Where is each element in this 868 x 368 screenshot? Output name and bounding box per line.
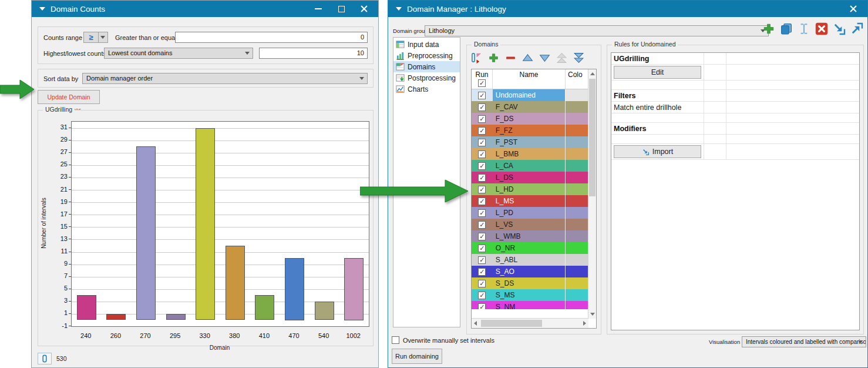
count-limit-input[interactable]: 10	[259, 48, 368, 59]
run-checkbox[interactable]: ✓	[478, 174, 486, 182]
visualisation-dropdown[interactable]: Intervals coloured and labelled with com…	[742, 336, 866, 347]
domain-row-l_bmb[interactable]: ✓L_BMB	[472, 148, 588, 160]
run-checkbox[interactable]: ✓	[478, 162, 486, 170]
domain-color-cell[interactable]	[565, 277, 588, 289]
domain-group-dropdown[interactable]: Lithology	[425, 25, 769, 36]
domain-row-s_ds[interactable]: ✓S_DS	[472, 277, 588, 289]
domain-row-f_fz[interactable]: ✓F_FZ	[472, 125, 588, 136]
run-checkbox[interactable]: ✓	[478, 292, 486, 299]
domain-color-cell[interactable]	[565, 101, 588, 113]
domain-row-f_pst[interactable]: ✓F_PST	[472, 136, 588, 148]
scroll-up-icon[interactable]	[590, 72, 595, 75]
domain-row-l_ca[interactable]: ✓L_CA	[472, 160, 588, 172]
sidebar-item-charts[interactable]: Charts	[393, 83, 460, 95]
sidebar-item-input-data[interactable]: Input data	[393, 39, 460, 50]
run-checkbox[interactable]: ✓	[478, 186, 486, 193]
overwrite-checkbox[interactable]	[392, 336, 399, 344]
run-checkbox[interactable]: ✓	[478, 115, 486, 123]
domain-color-cell[interactable]	[565, 242, 588, 254]
copy-icon[interactable]	[779, 22, 793, 36]
domain-color-cell[interactable]	[565, 160, 588, 172]
run-checkbox[interactable]: ✓	[478, 198, 486, 205]
domain-row-s_abl[interactable]: ✓S_ABL	[472, 254, 588, 266]
move-to-bottom-icon[interactable]	[573, 52, 585, 64]
edit-button[interactable]: Edit	[614, 66, 701, 79]
domain-color-cell[interactable]	[565, 172, 588, 183]
scrollbar-thumb[interactable]	[481, 320, 542, 327]
domain-color-cell[interactable]	[565, 219, 588, 230]
minimize-icon[interactable]	[315, 5, 322, 12]
domain-row-o_nr[interactable]: ✓O_NR	[472, 242, 588, 254]
scroll-right-icon[interactable]	[583, 321, 586, 326]
domain-color-cell[interactable]	[565, 266, 588, 277]
domain-color-cell[interactable]	[565, 183, 588, 195]
domain-color-cell[interactable]	[565, 230, 588, 242]
update-domain-manager-button[interactable]: Update Domain Manager	[38, 90, 100, 104]
interval-count-icon[interactable]	[38, 353, 52, 364]
domain-row-l_wmb[interactable]: ✓L_WMB	[472, 230, 588, 242]
run-checkbox[interactable]: ✓	[478, 256, 486, 264]
domain-row-s_ms[interactable]: ✓S_MS	[472, 289, 588, 301]
domain-color-cell[interactable]	[565, 113, 588, 125]
scroll-left-icon[interactable]	[474, 321, 477, 326]
domain-row-undomained[interactable]: ✓Undomained	[472, 89, 588, 101]
run-domaining-button[interactable]: Run domaining	[392, 349, 442, 364]
vertical-scrollbar[interactable]	[588, 69, 596, 319]
domain-color-cell[interactable]	[565, 125, 588, 136]
domain-color-cell[interactable]	[565, 301, 588, 309]
counts-range-operator-dropdown[interactable]: ≥	[83, 32, 108, 43]
domain-color-cell[interactable]	[565, 289, 588, 301]
domain-color-cell[interactable]	[565, 89, 588, 101]
select-all-checkbox[interactable]: ✓	[478, 79, 486, 87]
domain-manager-titlebar[interactable]: Domain Manager : Lithology	[388, 1, 867, 17]
split-insert-icon[interactable]	[470, 52, 483, 64]
domain-color-cell[interactable]	[565, 254, 588, 266]
move-to-top-icon[interactable]	[556, 52, 568, 64]
run-checkbox[interactable]: ✓	[478, 245, 486, 252]
domain-color-cell[interactable]	[565, 195, 588, 207]
run-checkbox[interactable]: ✓	[478, 221, 486, 229]
rename-icon[interactable]	[797, 22, 811, 36]
domain-color-cell[interactable]	[565, 207, 588, 219]
domain-row-s_nm[interactable]: ✓S_NM	[472, 301, 588, 309]
run-checkbox[interactable]: ✓	[478, 150, 486, 158]
move-down-icon[interactable]	[539, 52, 551, 64]
import-button[interactable]: Import	[614, 145, 701, 158]
delete-icon[interactable]	[815, 22, 829, 36]
sidebar-item-preprocessing[interactable]: Preprocessing	[393, 50, 460, 61]
color-column-header[interactable]: Colo	[566, 69, 588, 89]
run-checkbox[interactable]: ✓	[478, 280, 486, 287]
domain-row-l_hd[interactable]: ✓L_HD	[472, 183, 588, 195]
run-checkbox[interactable]: ✓	[478, 139, 486, 146]
run-checkbox[interactable]: ✓	[478, 233, 486, 240]
add-icon[interactable]	[487, 52, 500, 64]
run-checkbox[interactable]: ✓	[478, 92, 486, 99]
highest-lowest-dropdown[interactable]: Lowest count domains	[104, 48, 253, 59]
sidebar-item-postprocessing[interactable]: Postprocessing	[393, 72, 460, 83]
domain-counts-titlebar[interactable]: Domain Counts	[32, 1, 378, 17]
scroll-down-icon[interactable]	[590, 313, 595, 316]
greater-than-input[interactable]: 0	[175, 32, 368, 43]
domain-row-f_cav[interactable]: ✓F_CAV	[472, 101, 588, 113]
sidebar-item-domains[interactable]: Domains	[393, 61, 460, 72]
maximize-icon[interactable]	[338, 5, 345, 12]
run-checkbox[interactable]: ✓	[478, 303, 486, 310]
run-checkbox[interactable]: ✓	[478, 209, 486, 217]
name-column-header[interactable]: Name	[493, 69, 566, 89]
dock-in-icon[interactable]	[832, 22, 846, 36]
domain-row-f_ds[interactable]: ✓F_DS	[472, 113, 588, 125]
domain-color-cell[interactable]	[565, 136, 588, 148]
domain-row-s_ao[interactable]: ✓S_AO	[472, 266, 588, 277]
domain-row-l_ds[interactable]: ✓L_DS	[472, 172, 588, 183]
close-icon[interactable]	[361, 5, 368, 12]
sort-dropdown[interactable]: Domain manager order	[82, 73, 368, 84]
domain-row-l_vs[interactable]: ✓L_VS	[472, 219, 588, 230]
domain-color-cell[interactable]	[565, 148, 588, 160]
horizontal-scrollbar[interactable]	[472, 318, 588, 328]
domain-row-l_pd[interactable]: ✓L_PD	[472, 207, 588, 219]
scrollbar-thumb[interactable]	[589, 79, 596, 196]
move-up-icon[interactable]	[522, 52, 534, 64]
close-icon[interactable]	[850, 5, 857, 12]
dock-out-icon[interactable]	[850, 22, 864, 36]
domain-row-l_ms[interactable]: ✓L_MS	[472, 195, 588, 207]
